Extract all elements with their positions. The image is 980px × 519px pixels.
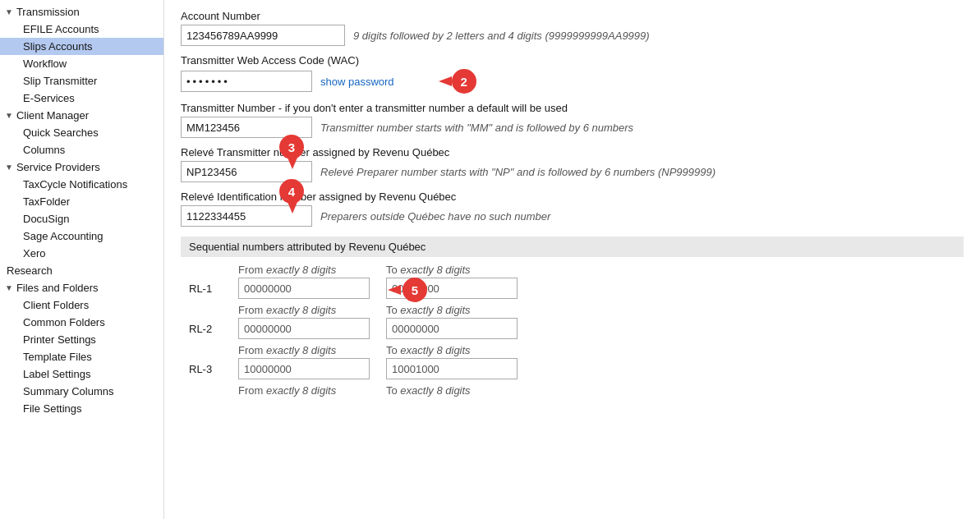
rl2-from-input[interactable] [238, 318, 370, 339]
sidebar-item-taxfolder[interactable]: TaxFolder [0, 193, 163, 210]
triangle-icon: ▼ [5, 163, 13, 172]
rl2-from-header: From exactly 8 digits [238, 304, 386, 316]
account-number-label: Account Number [181, 10, 964, 22]
sidebar-item-columns[interactable]: Columns [0, 141, 163, 158]
account-number-hint: 9 digits followed by 2 letters and 4 dig… [353, 30, 650, 42]
rl2-to-input[interactable] [386, 318, 518, 339]
wac-input[interactable] [181, 71, 312, 92]
main-content: Account Number 9 digits followed by 2 le… [164, 0, 980, 519]
rl3-header-row: From exactly 8 digits To exactly 8 digit… [189, 344, 964, 356]
account-number-input[interactable] [181, 25, 345, 46]
badge-4: 4 [279, 179, 304, 204]
rl2-header-row: From exactly 8 digits To exactly 8 digit… [189, 304, 964, 316]
bottom-to-header: To exactly 8 digits [386, 384, 534, 397]
sequential-section-header: Sequential numbers attributed by Revenu … [181, 237, 964, 257]
releve-transmitter-group: Relevé Transmitter number assigned by Re… [181, 146, 964, 182]
sidebar-item-quick-searches[interactable]: Quick Searches [0, 124, 163, 141]
show-password-link[interactable]: show password [320, 76, 394, 88]
sidebar-item-slips-accounts[interactable]: Slips Accounts [0, 38, 163, 55]
badge-4-arrow [288, 202, 297, 214]
account-number-group: Account Number 9 digits followed by 2 le… [181, 10, 964, 46]
sidebar-item-file-settings[interactable]: File Settings [0, 400, 163, 417]
sidebar-section-files-and-folders[interactable]: ▼ Files and Folders [0, 279, 163, 296]
rl3-from-header: From exactly 8 digits [238, 344, 386, 356]
sidebar-item-label-settings[interactable]: Label Settings [0, 365, 163, 383]
badge-3: 3 [279, 135, 304, 159]
triangle-icon: ▼ [5, 111, 13, 120]
sidebar-item-research[interactable]: Research [0, 262, 163, 279]
sequential-table: From exactly 8 digits To exactly 8 digit… [189, 264, 964, 397]
rl3-to-input[interactable] [386, 358, 518, 379]
badge-2: 2 [452, 69, 476, 94]
transmitter-number-hint: Transmitter number starts with "MM" and … [320, 122, 633, 134]
sidebar-item-printer-settings[interactable]: Printer Settings [0, 331, 163, 348]
rl1-data-row: RL-1 5 [189, 278, 964, 299]
rl3-label: RL-3 [189, 363, 238, 375]
sidebar-item-efile-accounts[interactable]: EFILE Accounts [0, 21, 163, 38]
sidebar-item-summary-columns[interactable]: Summary Columns [0, 383, 163, 400]
sidebar: ▼ Transmission EFILE Accounts Slips Acco… [0, 0, 164, 519]
rl1-header-row: From exactly 8 digits To exactly 8 digit… [189, 264, 964, 276]
sidebar-item-slip-transmitter[interactable]: Slip Transmitter [0, 72, 163, 90]
rl2-data-row: RL-2 [189, 318, 964, 339]
rl2-label: RL-2 [189, 323, 238, 335]
badge-3-arrow [288, 158, 297, 169]
transmitter-number-group: Transmitter Number - if you don't enter … [181, 102, 964, 138]
rl1-from-input[interactable] [238, 278, 370, 299]
sidebar-item-taxcycle-notifications[interactable]: TaxCycle Notifications [0, 176, 163, 193]
sidebar-item-client-folders[interactable]: Client Folders [0, 296, 163, 314]
triangle-icon: ▼ [5, 283, 13, 292]
bottom-from-header: From exactly 8 digits [238, 384, 386, 397]
rl3-to-header: To exactly 8 digits [386, 344, 534, 356]
triangle-icon: ▼ [5, 7, 13, 16]
sidebar-item-e-services[interactable]: E-Services [0, 90, 163, 107]
transmitter-number-label: Transmitter Number - if you don't enter … [181, 102, 964, 114]
badge-2-arrow [439, 76, 452, 86]
wac-label: Transmitter Web Access Code (WAC) [181, 54, 964, 67]
sidebar-section-files-and-folders-label: Files and Folders [16, 282, 99, 294]
sidebar-item-common-folders[interactable]: Common Folders [0, 314, 163, 331]
rl1-label: RL-1 [189, 282, 238, 295]
releve-id-hint: Preparers outside Québec have no such nu… [320, 210, 550, 223]
rl3-from-input[interactable] [238, 358, 370, 379]
wac-row: show password 2 [181, 69, 964, 94]
bottom-header-row: From exactly 8 digits To exactly 8 digit… [189, 384, 964, 397]
wac-group: Transmitter Web Access Code (WAC) show p… [181, 54, 964, 94]
badge-5: 5 [403, 278, 427, 302]
sidebar-section-transmission-label: Transmission [16, 6, 80, 18]
releve-id-group: Relevé Identification number assigned by… [181, 191, 964, 227]
sidebar-section-client-manager-label: Client Manager [16, 109, 89, 122]
rl3-data-row: RL-3 [189, 358, 964, 379]
releve-transmitter-hint: Relevé Preparer number starts with "NP" … [320, 166, 715, 178]
sidebar-section-service-providers[interactable]: ▼ Service Providers [0, 158, 163, 176]
rl2-to-header: To exactly 8 digits [386, 304, 534, 316]
sidebar-item-template-files[interactable]: Template Files [0, 348, 163, 365]
rl1-from-header: From exactly 8 digits [238, 264, 386, 276]
sidebar-section-transmission[interactable]: ▼ Transmission [0, 3, 163, 21]
sidebar-section-service-providers-label: Service Providers [16, 161, 100, 173]
rl1-to-header: To exactly 8 digits [386, 264, 534, 276]
sidebar-item-sage-accounting[interactable]: Sage Accounting [0, 227, 163, 245]
sidebar-item-xero[interactable]: Xero [0, 245, 163, 262]
badge-5-arrow [388, 285, 401, 295]
sidebar-section-client-manager[interactable]: ▼ Client Manager [0, 107, 163, 124]
sidebar-item-docusign[interactable]: DocuSign [0, 210, 163, 227]
sidebar-item-workflow[interactable]: Workflow [0, 55, 163, 72]
